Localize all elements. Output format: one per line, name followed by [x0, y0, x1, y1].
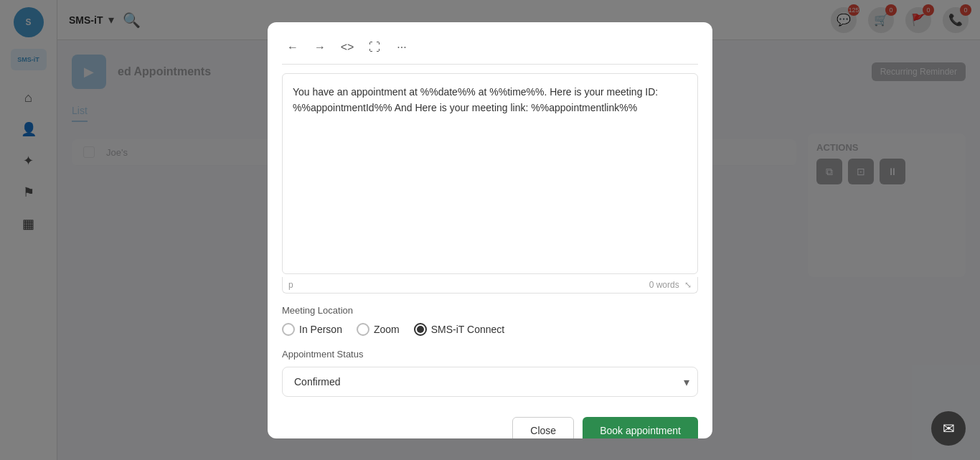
chat-fab-button[interactable]: ✉	[931, 411, 966, 446]
expand-icon: ⛶	[369, 41, 380, 54]
appointment-status-label: Appointment Status	[282, 349, 698, 360]
radio-zoom[interactable]: Zoom	[357, 323, 400, 336]
back-icon: ←	[287, 41, 298, 54]
meeting-location-options: In Person Zoom SMS-iT Connect	[282, 323, 698, 336]
resize-icon: ⤡	[684, 280, 692, 290]
appointment-status-select[interactable]: Confirmed Pending Cancelled Completed	[282, 367, 698, 397]
toolbar-code-button[interactable]: <>	[336, 37, 358, 58]
chat-fab-icon: ✉	[943, 420, 955, 437]
book-appointment-button[interactable]: Book appointment	[583, 417, 698, 438]
editor-content: You have an appointment at %%date%% at %…	[293, 86, 658, 113]
radio-label-zoom: Zoom	[374, 324, 400, 335]
toolbar-expand-button[interactable]: ⛶	[364, 37, 385, 58]
message-editor[interactable]: You have an appointment at %%date%% at %…	[282, 73, 698, 274]
radio-circle-in-person	[282, 323, 295, 336]
modal-toolbar: ← → <> ⛶ ···	[282, 37, 698, 65]
toolbar-back-button[interactable]: ←	[282, 37, 303, 58]
modal-overlay: ← → <> ⛶ ··· You have an appointment at …	[0, 0, 980, 460]
close-button[interactable]: Close	[512, 417, 574, 438]
editor-footer: p 0 words ⤡	[282, 277, 698, 294]
radio-label-sms-connect: SMS-iT Connect	[431, 324, 504, 335]
toolbar-more-button[interactable]: ···	[391, 37, 413, 58]
toolbar-forward-button[interactable]: →	[309, 37, 331, 58]
radio-circle-zoom	[357, 323, 369, 336]
code-icon: <>	[341, 41, 354, 54]
meeting-location-label: Meeting Location	[282, 305, 698, 316]
book-appointment-modal: ← → <> ⛶ ··· You have an appointment at …	[268, 22, 712, 438]
radio-in-person[interactable]: In Person	[282, 323, 342, 336]
modal-footer: Close Book appointment	[282, 411, 698, 438]
word-count: 0 words	[649, 280, 679, 290]
radio-sms-it-connect[interactable]: SMS-iT Connect	[414, 323, 504, 336]
radio-label-in-person: In Person	[299, 324, 342, 335]
editor-tag-label: p	[288, 280, 293, 290]
radio-circle-sms-connect	[414, 323, 427, 336]
more-icon: ···	[397, 41, 406, 54]
forward-icon: →	[314, 41, 326, 54]
appointment-status-wrapper: Confirmed Pending Cancelled Completed ▾	[282, 367, 698, 397]
